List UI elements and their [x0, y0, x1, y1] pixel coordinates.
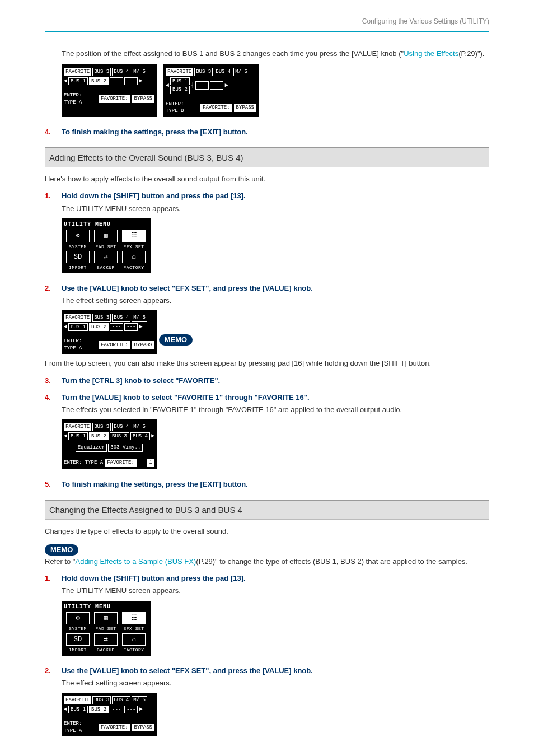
- bus2-box: BUS 2: [89, 323, 109, 332]
- utility-menu-title: UTILITY MENU: [64, 221, 149, 228]
- tab-favorite: FAVORITE: [64, 423, 91, 431]
- tab-bus3: BUS 3: [92, 423, 111, 431]
- efxset-label: EFX SET: [120, 244, 148, 250]
- enter-type-a-label: ENTER: TYPE A: [64, 92, 97, 106]
- efx-favorite-screenshot: FAVORITE BUS 3 BUS 4 M/ 5 ◄ BUS 1 BUS 2 …: [62, 419, 157, 469]
- bypass-label: BYPASS: [132, 95, 154, 103]
- vinyl-box: 303 Viny..: [108, 444, 143, 452]
- section1-step1-sub: The UTILITY MENU screen appears.: [62, 204, 489, 214]
- section2-step-2: 2. Use the [VALUE] knob to select "EFX S…: [45, 666, 489, 676]
- tab-bus4: BUS 4: [112, 423, 130, 431]
- section1-step-5: 5. To finish making the settings, press …: [45, 479, 489, 489]
- section1-step-2: 2. Use the [VALUE] knob to select "EFX S…: [45, 283, 489, 293]
- bus1-box: BUS 1: [68, 77, 88, 86]
- page-header: Configuring the Various Settings (UTILIT…: [45, 17, 489, 29]
- arrow-left-icon: ◄: [166, 82, 169, 90]
- sep-box: ---: [110, 323, 123, 332]
- section2-intro: Changes the type of effects to apply to …: [45, 526, 489, 536]
- gear-icon: ⚙: [66, 612, 90, 625]
- step-text: Turn the [CTRL 3] knob to select "FAVORI…: [62, 376, 489, 386]
- section2-step2-sub: The effect setting screen appears.: [62, 678, 489, 688]
- sep-box-2: ---: [124, 77, 138, 86]
- tab-bus4: BUS 4: [214, 68, 232, 76]
- section1-step-4: 4. Turn the [VALUE] knob to select "FAVO…: [45, 393, 489, 403]
- tab-favorite: FAVORITE: [64, 696, 91, 704]
- arrow-right-icon: ►: [139, 323, 142, 331]
- step-4-top: 4. To finish making the settings, press …: [45, 127, 489, 137]
- favorite-label: FAVORITE:: [200, 104, 232, 112]
- tab-m5: M/ 5: [233, 68, 249, 76]
- tab-bus3: BUS 3: [92, 696, 111, 704]
- equalizer-box: Equalizer: [76, 444, 107, 452]
- section1-step-1: 1. Hold down the [SHIFT] button and pres…: [45, 191, 489, 201]
- step-number: 4.: [45, 393, 62, 403]
- tab-bus4: BUS 4: [112, 68, 130, 76]
- backup-icon: ⇄: [94, 633, 118, 646]
- arrow-left-icon: ◄: [64, 432, 67, 440]
- intro-text-before: The position of the effect assigned to B…: [62, 49, 404, 58]
- favorite-number: 1: [147, 459, 154, 467]
- tab-bus4: BUS 4: [112, 314, 130, 322]
- arrow-left-icon: ◄: [64, 323, 67, 331]
- adding-effects-link[interactable]: Adding Effects to a Sample (BUS FX): [75, 557, 196, 566]
- arrow-right-icon: ►: [151, 432, 154, 440]
- memo-text-2: Refer to "Adding Effects to a Sample (BU…: [45, 557, 489, 567]
- section1-step2-sub: The effect setting screen appears.: [62, 296, 489, 306]
- favorite-label: FAVORITE:: [99, 724, 130, 732]
- step-text: Turn the [VALUE] knob to select "FAVORIT…: [62, 393, 489, 403]
- system-label: SYSTEM: [64, 244, 92, 250]
- import-label: IMPORT: [64, 647, 92, 653]
- bus2-box: BUS 2: [89, 77, 109, 86]
- step-number: 5.: [45, 479, 62, 489]
- efx-setting-screenshot-1: FAVORITE BUS 3 BUS 4 M/ 5 ◄ BUS 1 BUS 2 …: [62, 310, 157, 354]
- factory-icon: ⌂: [122, 251, 146, 264]
- backup-label: BACKUP: [92, 264, 120, 270]
- arrow-right-icon: ►: [139, 706, 142, 713]
- step-number: 4.: [45, 127, 62, 137]
- tab-m5: M/ 5: [132, 314, 147, 322]
- intro-paragraph: The position of the effect assigned to B…: [62, 49, 489, 59]
- bus3-box: BUS 3: [110, 432, 129, 441]
- tab-m5: M/ 5: [132, 696, 147, 704]
- padset-label: PAD SET: [92, 626, 120, 632]
- efxset-label: EFX SET: [120, 626, 148, 632]
- enter-type-a-label: ENTER: TYPE A: [64, 459, 103, 466]
- efx-icon: ☷: [122, 612, 146, 625]
- section-title-changing-effects: Changing the Effects Assigned to BUS 3 a…: [45, 500, 489, 520]
- step-text: Use the [VALUE] knob to select "EFX SET"…: [62, 283, 489, 293]
- using-effects-link[interactable]: Using the Effects: [404, 49, 458, 58]
- utility-menu-title: UTILITY MENU: [64, 603, 149, 611]
- section1-intro: Here's how to apply effects to the overa…: [45, 174, 489, 184]
- arrow-left-icon: ◄: [64, 706, 67, 713]
- grid-icon: ▦: [94, 230, 118, 242]
- section1-step4-sub: The effects you selected in "FAVORITE 1"…: [62, 405, 489, 415]
- arrow-left-icon: ◄: [64, 77, 67, 85]
- section-title-adding-effects: Adding Effects to the Overall Sound (BUS…: [45, 147, 489, 167]
- efx-setting-screenshot-2: FAVORITE BUS 3 BUS 4 M/ 5 ◄ BUS 1 BUS 2 …: [62, 693, 157, 736]
- sep-box-2: ---: [124, 706, 138, 714]
- sep-box: ---: [110, 706, 123, 714]
- favorite-label: FAVORITE:: [99, 95, 130, 103]
- bus1-box: BUS 1: [68, 323, 88, 332]
- factory-label: FACTORY: [120, 264, 148, 270]
- bus2-box: BUS 2: [89, 706, 109, 714]
- sd-icon: SD: [66, 251, 90, 264]
- sep-box-2: ---: [124, 323, 138, 332]
- bus1-box: BUS 1: [68, 432, 88, 441]
- step-text: To finish making the settings, press the…: [62, 127, 489, 137]
- system-label: SYSTEM: [64, 626, 92, 632]
- backup-label: BACKUP: [92, 647, 120, 653]
- efx-screenshot-type-b: FAVORITE BUS 3 BUS 4 M/ 5 ◄ BUS 1 BUS 2 …: [163, 64, 259, 117]
- padset-label: PAD SET: [92, 244, 120, 250]
- favorite-label: FAVORITE:: [105, 459, 137, 467]
- bus2-box: BUS 2: [170, 86, 190, 94]
- step-text: Hold down the [SHIFT] button and press t…: [62, 191, 489, 201]
- tab-favorite: FAVORITE: [64, 68, 91, 76]
- bus1-box: BUS 1: [170, 77, 190, 86]
- utility-menu-screenshot-2: UTILITY MENU ⚙ ▦ ☷ SYSTEM PAD SET EFX SE…: [62, 601, 151, 656]
- gear-icon: ⚙: [66, 230, 90, 242]
- memo-badge-2: MEMO: [45, 544, 78, 556]
- tab-bus3: BUS 3: [92, 314, 111, 322]
- step-text: Hold down the [SHIFT] button and press t…: [62, 573, 489, 584]
- factory-icon: ⌂: [122, 633, 146, 646]
